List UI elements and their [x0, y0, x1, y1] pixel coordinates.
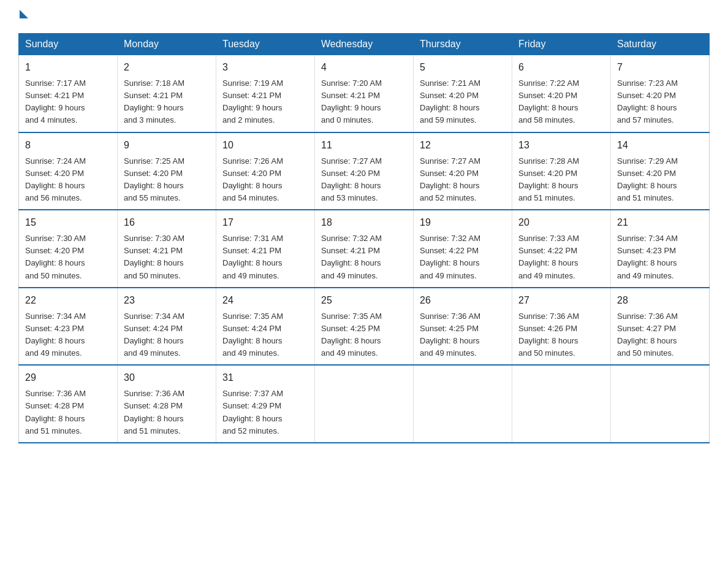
calendar-cell: 8Sunrise: 7:24 AMSunset: 4:20 PMDaylight…	[19, 132, 118, 210]
calendar-cell: 17Sunrise: 7:31 AMSunset: 4:21 PMDayligh…	[216, 210, 315, 288]
day-info: Sunrise: 7:32 AMSunset: 4:21 PMDaylight:…	[321, 232, 407, 282]
header-thursday: Thursday	[414, 34, 512, 55]
header-sunday: Sunday	[19, 34, 118, 55]
day-info: Sunrise: 7:36 AMSunset: 4:28 PMDaylight:…	[25, 388, 111, 437]
day-info: Sunrise: 7:20 AMSunset: 4:21 PMDaylight:…	[321, 77, 407, 127]
page-header	[18, 12, 710, 21]
calendar-cell: 7Sunrise: 7:23 AMSunset: 4:20 PMDaylight…	[611, 55, 710, 132]
calendar-cell: 6Sunrise: 7:22 AMSunset: 4:20 PMDaylight…	[512, 55, 611, 132]
day-number: 25	[321, 293, 407, 308]
day-info: Sunrise: 7:17 AMSunset: 4:21 PMDaylight:…	[25, 77, 111, 127]
day-info: Sunrise: 7:19 AMSunset: 4:21 PMDaylight:…	[222, 77, 308, 127]
day-info: Sunrise: 7:18 AMSunset: 4:21 PMDaylight:…	[124, 77, 210, 127]
day-info: Sunrise: 7:27 AMSunset: 4:20 PMDaylight:…	[321, 155, 407, 205]
day-number: 28	[617, 293, 703, 308]
day-number: 8	[25, 138, 111, 153]
day-number: 6	[518, 60, 604, 75]
day-info: Sunrise: 7:34 AMSunset: 4:23 PMDaylight:…	[25, 310, 111, 360]
day-info: Sunrise: 7:23 AMSunset: 4:20 PMDaylight:…	[617, 77, 703, 127]
calendar-cell: 10Sunrise: 7:26 AMSunset: 4:20 PMDayligh…	[216, 132, 315, 210]
calendar-cell	[611, 365, 710, 443]
day-info: Sunrise: 7:35 AMSunset: 4:25 PMDaylight:…	[321, 310, 407, 360]
day-number: 9	[124, 138, 210, 153]
calendar-cell: 9Sunrise: 7:25 AMSunset: 4:20 PMDaylight…	[118, 132, 216, 210]
day-info: Sunrise: 7:28 AMSunset: 4:20 PMDaylight:…	[518, 155, 604, 205]
day-number: 29	[25, 370, 111, 385]
day-number: 21	[617, 215, 703, 230]
day-info: Sunrise: 7:32 AMSunset: 4:22 PMDaylight:…	[420, 232, 506, 282]
day-number: 12	[420, 138, 506, 153]
day-info: Sunrise: 7:33 AMSunset: 4:22 PMDaylight:…	[518, 232, 604, 282]
day-number: 24	[222, 293, 308, 308]
calendar-cell: 15Sunrise: 7:30 AMSunset: 4:20 PMDayligh…	[19, 210, 118, 288]
day-number: 4	[321, 60, 407, 75]
day-info: Sunrise: 7:36 AMSunset: 4:26 PMDaylight:…	[518, 310, 604, 360]
calendar-cell: 31Sunrise: 7:37 AMSunset: 4:29 PMDayligh…	[216, 365, 315, 443]
day-info: Sunrise: 7:30 AMSunset: 4:21 PMDaylight:…	[124, 232, 210, 282]
calendar-cell: 2Sunrise: 7:18 AMSunset: 4:21 PMDaylight…	[118, 55, 216, 132]
day-number: 16	[124, 215, 210, 230]
calendar-week-row: 1Sunrise: 7:17 AMSunset: 4:21 PMDaylight…	[19, 55, 710, 132]
day-info: Sunrise: 7:22 AMSunset: 4:20 PMDaylight:…	[518, 77, 604, 127]
day-number: 22	[25, 293, 111, 308]
header-wednesday: Wednesday	[315, 34, 414, 55]
day-number: 30	[124, 370, 210, 385]
calendar-cell: 11Sunrise: 7:27 AMSunset: 4:20 PMDayligh…	[315, 132, 414, 210]
calendar-cell: 18Sunrise: 7:32 AMSunset: 4:21 PMDayligh…	[315, 210, 414, 288]
calendar-week-row: 29Sunrise: 7:36 AMSunset: 4:28 PMDayligh…	[19, 365, 710, 443]
calendar-cell: 28Sunrise: 7:36 AMSunset: 4:27 PMDayligh…	[611, 288, 710, 366]
calendar-cell: 21Sunrise: 7:34 AMSunset: 4:23 PMDayligh…	[611, 210, 710, 288]
calendar-cell: 4Sunrise: 7:20 AMSunset: 4:21 PMDaylight…	[315, 55, 414, 132]
calendar-cell: 3Sunrise: 7:19 AMSunset: 4:21 PMDaylight…	[216, 55, 315, 132]
day-info: Sunrise: 7:21 AMSunset: 4:20 PMDaylight:…	[420, 77, 506, 127]
calendar-cell: 30Sunrise: 7:36 AMSunset: 4:28 PMDayligh…	[118, 365, 216, 443]
calendar-cell: 20Sunrise: 7:33 AMSunset: 4:22 PMDayligh…	[512, 210, 611, 288]
calendar-cell: 13Sunrise: 7:28 AMSunset: 4:20 PMDayligh…	[512, 132, 611, 210]
calendar-header-row: SundayMondayTuesdayWednesdayThursdayFrid…	[19, 34, 710, 55]
day-number: 17	[222, 215, 308, 230]
day-number: 13	[518, 138, 604, 153]
day-number: 27	[518, 293, 604, 308]
calendar-cell: 27Sunrise: 7:36 AMSunset: 4:26 PMDayligh…	[512, 288, 611, 366]
day-number: 14	[617, 138, 703, 153]
calendar-cell	[414, 365, 512, 443]
day-number: 15	[25, 215, 111, 230]
calendar-cell: 1Sunrise: 7:17 AMSunset: 4:21 PMDaylight…	[19, 55, 118, 132]
day-info: Sunrise: 7:31 AMSunset: 4:21 PMDaylight:…	[222, 232, 308, 282]
day-number: 18	[321, 215, 407, 230]
calendar-cell: 22Sunrise: 7:34 AMSunset: 4:23 PMDayligh…	[19, 288, 118, 366]
day-number: 23	[124, 293, 210, 308]
day-info: Sunrise: 7:29 AMSunset: 4:20 PMDaylight:…	[617, 155, 703, 205]
day-number: 3	[222, 60, 308, 75]
day-number: 31	[222, 370, 308, 385]
calendar-cell: 5Sunrise: 7:21 AMSunset: 4:20 PMDaylight…	[414, 55, 512, 132]
day-number: 5	[420, 60, 506, 75]
day-info: Sunrise: 7:36 AMSunset: 4:28 PMDaylight:…	[124, 388, 210, 437]
calendar-cell: 12Sunrise: 7:27 AMSunset: 4:20 PMDayligh…	[414, 132, 512, 210]
header-monday: Monday	[118, 34, 216, 55]
logo-arrow-icon	[20, 10, 28, 18]
calendar-week-row: 8Sunrise: 7:24 AMSunset: 4:20 PMDaylight…	[19, 132, 710, 210]
day-info: Sunrise: 7:27 AMSunset: 4:20 PMDaylight:…	[420, 155, 506, 205]
calendar-cell: 14Sunrise: 7:29 AMSunset: 4:20 PMDayligh…	[611, 132, 710, 210]
day-number: 2	[124, 60, 210, 75]
day-number: 11	[321, 138, 407, 153]
day-info: Sunrise: 7:34 AMSunset: 4:24 PMDaylight:…	[124, 310, 210, 360]
day-number: 26	[420, 293, 506, 308]
header-tuesday: Tuesday	[216, 34, 315, 55]
day-info: Sunrise: 7:37 AMSunset: 4:29 PMDaylight:…	[222, 388, 308, 437]
logo	[18, 12, 28, 21]
day-number: 10	[222, 138, 308, 153]
calendar-cell: 24Sunrise: 7:35 AMSunset: 4:24 PMDayligh…	[216, 288, 315, 366]
header-saturday: Saturday	[611, 34, 710, 55]
day-info: Sunrise: 7:36 AMSunset: 4:27 PMDaylight:…	[617, 310, 703, 360]
calendar-cell: 16Sunrise: 7:30 AMSunset: 4:21 PMDayligh…	[118, 210, 216, 288]
calendar-cell	[512, 365, 611, 443]
header-friday: Friday	[512, 34, 611, 55]
calendar-cell: 29Sunrise: 7:36 AMSunset: 4:28 PMDayligh…	[19, 365, 118, 443]
calendar-cell: 19Sunrise: 7:32 AMSunset: 4:22 PMDayligh…	[414, 210, 512, 288]
day-info: Sunrise: 7:36 AMSunset: 4:25 PMDaylight:…	[420, 310, 506, 360]
calendar-cell: 25Sunrise: 7:35 AMSunset: 4:25 PMDayligh…	[315, 288, 414, 366]
day-info: Sunrise: 7:24 AMSunset: 4:20 PMDaylight:…	[25, 155, 111, 205]
day-number: 20	[518, 215, 604, 230]
